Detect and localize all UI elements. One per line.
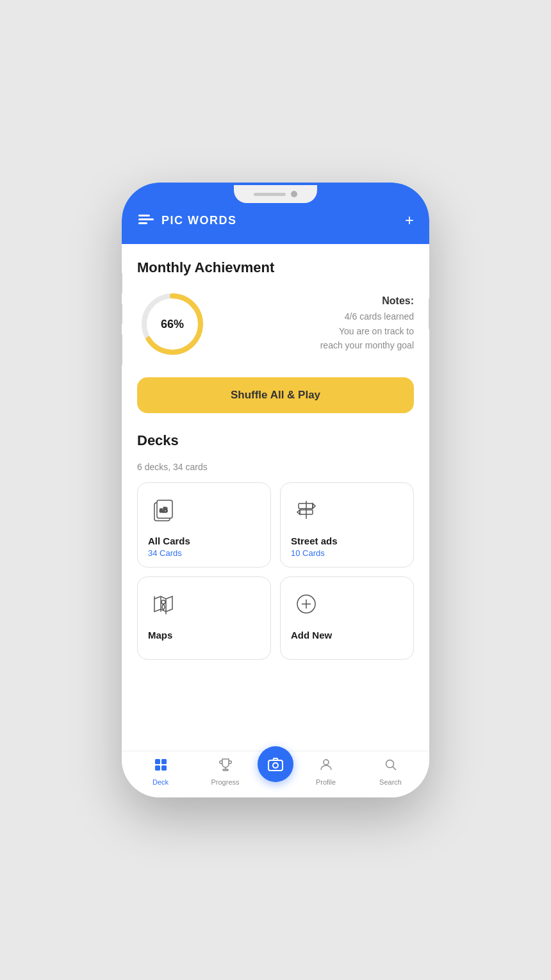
svg-rect-20 bbox=[161, 759, 167, 764]
logo-icon bbox=[137, 209, 155, 231]
achievement-title: Monthly Achievment bbox=[137, 259, 414, 276]
decks-title: Decks bbox=[137, 432, 414, 449]
svg-text:aB: aB bbox=[160, 507, 168, 514]
deck-name-all-cards: All Cards bbox=[148, 535, 190, 546]
svg-rect-25 bbox=[268, 760, 283, 771]
nav-item-deck[interactable]: Deck bbox=[128, 758, 193, 786]
decks-header: Decks bbox=[137, 432, 414, 449]
power-btn bbox=[429, 298, 429, 330]
camera-center-button[interactable] bbox=[258, 746, 293, 782]
deck-card-add-new[interactable]: Add New bbox=[280, 576, 414, 660]
svg-rect-2 bbox=[138, 222, 147, 224]
svg-rect-22 bbox=[161, 765, 167, 771]
app-content: PIC WORDS + Monthly Achievment 66% bbox=[122, 183, 429, 797]
header-left: PIC WORDS bbox=[137, 209, 237, 231]
achievement-row: 66% Notes: 4/6 cards learned You are on … bbox=[137, 289, 414, 359]
svg-marker-10 bbox=[313, 503, 315, 509]
deck-name-add-new: Add New bbox=[291, 630, 332, 641]
notch-camera-dot bbox=[291, 191, 297, 197]
svg-marker-12 bbox=[297, 510, 300, 514]
svg-rect-19 bbox=[155, 759, 160, 764]
deck-count-all-cards: 34 Cards bbox=[148, 548, 182, 558]
notes-line3: reach your monthy goal bbox=[320, 340, 414, 350]
shuffle-button[interactable]: Shuffle All & Play bbox=[137, 377, 414, 413]
deck-name-street-ads: Street ads bbox=[291, 535, 338, 546]
deck-icon-add-circle bbox=[291, 589, 322, 619]
decks-subtitle: 6 decks, 34 cards bbox=[137, 462, 414, 472]
deck-icon-cards: aB bbox=[148, 494, 179, 525]
search-icon bbox=[384, 758, 398, 776]
nav-label-deck: Deck bbox=[152, 778, 169, 786]
notch bbox=[234, 185, 317, 203]
deck-name-maps: Maps bbox=[148, 630, 172, 641]
silent-btn bbox=[122, 334, 122, 366]
svg-point-27 bbox=[324, 760, 329, 765]
notes-body: 4/6 cards learned You are on track to re… bbox=[223, 309, 414, 352]
svg-rect-1 bbox=[138, 218, 154, 220]
nav-item-profile[interactable]: Profile bbox=[293, 758, 358, 786]
add-button[interactable]: + bbox=[405, 211, 414, 229]
side-buttons-right bbox=[429, 298, 429, 330]
phone-frame: PIC WORDS + Monthly Achievment 66% bbox=[122, 183, 429, 797]
nav-item-search[interactable]: Search bbox=[358, 758, 423, 786]
svg-point-28 bbox=[386, 760, 393, 768]
deck-icon-signpost bbox=[291, 494, 322, 525]
volume-up-btn bbox=[122, 272, 122, 294]
svg-line-29 bbox=[393, 767, 396, 770]
deck-card-all-cards[interactable]: aB All Cards 34 Cards bbox=[137, 482, 271, 568]
notch-pill bbox=[254, 193, 286, 196]
main-content: Monthly Achievment 66% Notes: bbox=[122, 244, 429, 797]
trophy-icon bbox=[218, 758, 233, 776]
notes-title: Notes: bbox=[223, 295, 414, 307]
decks-grid: aB All Cards 34 Cards bbox=[137, 482, 414, 660]
svg-rect-21 bbox=[155, 765, 160, 771]
svg-point-26 bbox=[273, 763, 278, 768]
notes-line1: 4/6 cards learned bbox=[345, 311, 414, 322]
notes-panel: Notes: 4/6 cards learned You are on trac… bbox=[223, 295, 414, 352]
notch-bar bbox=[122, 183, 429, 206]
volume-down-btn bbox=[122, 303, 122, 325]
nav-label-progress: Progress bbox=[211, 778, 239, 786]
notes-line2: You are on track to bbox=[339, 326, 414, 336]
deck-card-street-ads[interactable]: Street ads 10 Cards bbox=[280, 482, 414, 568]
nav-label-search: Search bbox=[379, 778, 402, 786]
nav-item-progress[interactable]: Progress bbox=[193, 758, 258, 786]
side-buttons-left bbox=[122, 272, 122, 366]
app-title: PIC WORDS bbox=[161, 214, 237, 227]
svg-rect-0 bbox=[138, 215, 150, 216]
svg-rect-9 bbox=[299, 503, 313, 509]
percent-label: 66% bbox=[161, 318, 184, 331]
nav-label-profile: Profile bbox=[316, 778, 336, 786]
grid-icon bbox=[154, 758, 168, 776]
svg-rect-24 bbox=[223, 769, 228, 771]
deck-card-maps[interactable]: Maps bbox=[137, 576, 271, 660]
bottom-nav: Deck Progress bbox=[122, 751, 429, 797]
deck-count-street-ads: 10 Cards bbox=[291, 548, 325, 558]
progress-circle: 66% bbox=[137, 289, 208, 359]
person-icon bbox=[319, 758, 333, 776]
deck-icon-map bbox=[148, 589, 179, 619]
